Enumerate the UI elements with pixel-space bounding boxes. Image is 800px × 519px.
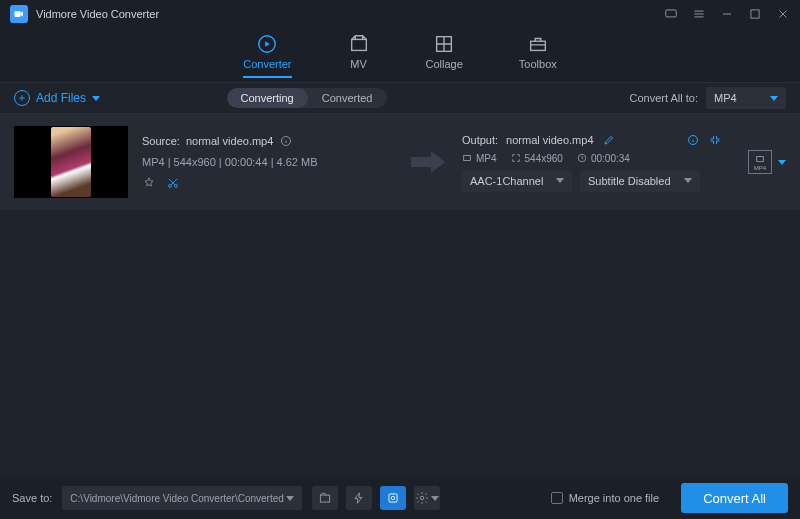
source-filename: normal video.mp4 (186, 135, 273, 147)
add-files-label: Add Files (36, 91, 86, 105)
gpu-accel-button[interactable] (380, 486, 406, 510)
tab-label: Toolbox (519, 58, 557, 70)
merge-checkbox[interactable]: Merge into one file (551, 492, 660, 504)
source-label: Source: (142, 135, 180, 147)
output-resolution: 544x960 (525, 153, 563, 164)
compress-icon[interactable] (708, 133, 722, 147)
svg-point-8 (169, 184, 172, 187)
source-info: Source: normal video.mp4 MP4 | 544x960 |… (142, 134, 394, 190)
menu-icon[interactable] (692, 7, 706, 21)
save-path-value: C:\Vidmore\Vidmore Video Converter\Conve… (70, 493, 283, 504)
svg-rect-13 (757, 156, 764, 161)
feedback-icon[interactable] (664, 7, 678, 21)
audio-selected-value: AAC-1Channel (470, 175, 543, 187)
star-effects-icon[interactable] (142, 176, 156, 190)
tab-label: Converter (243, 58, 291, 70)
collage-icon (433, 34, 455, 54)
toolbox-icon (527, 34, 549, 54)
svg-rect-6 (530, 41, 545, 50)
subtitle-select[interactable]: Subtitle Disabled (580, 170, 700, 192)
convert-all-button[interactable]: Convert All (681, 483, 788, 513)
convert-all-format-select[interactable]: MP4 (706, 87, 786, 109)
mv-icon (348, 34, 370, 54)
output-info-icon[interactable] (686, 133, 700, 147)
plus-icon (14, 90, 30, 106)
main-tabs: Converter MV Collage Toolbox (0, 28, 800, 82)
chevron-down-icon (556, 178, 564, 183)
audio-track-select[interactable]: AAC-1Channel (462, 170, 572, 192)
checkbox-icon (551, 492, 563, 504)
tab-label: Collage (426, 58, 463, 70)
subtitle-selected-value: Subtitle Disabled (588, 175, 671, 187)
arrow-icon (408, 151, 448, 173)
chevron-down-icon (770, 96, 778, 101)
output-label: Output: (462, 134, 498, 146)
output-format: MP4 (476, 153, 497, 164)
tab-toolbox[interactable]: Toolbox (519, 34, 557, 78)
app-title: Vidmore Video Converter (36, 8, 664, 20)
edit-pencil-icon[interactable] (602, 133, 616, 147)
toolbar: Add Files Converting Converted Convert A… (0, 82, 800, 114)
file-item-row: Source: normal video.mp4 MP4 | 544x960 |… (0, 114, 800, 210)
seg-converting[interactable]: Converting (227, 88, 308, 108)
svg-rect-2 (751, 10, 759, 18)
converter-icon (256, 34, 278, 54)
close-icon[interactable] (776, 7, 790, 21)
titlebar: Vidmore Video Converter (0, 0, 800, 28)
maximize-icon[interactable] (748, 7, 762, 21)
chevron-down-icon (684, 178, 692, 183)
svg-point-17 (421, 496, 425, 500)
app-logo-icon (10, 5, 28, 23)
output-filename: normal video.mp4 (506, 134, 593, 146)
chevron-down-icon (286, 496, 294, 501)
format-badge-label: MP4 (754, 165, 766, 171)
add-files-button[interactable]: Add Files (14, 90, 100, 106)
svg-point-9 (174, 184, 177, 187)
save-path-select[interactable]: C:\Vidmore\Vidmore Video Converter\Conve… (62, 486, 302, 510)
settings-gear-button[interactable] (414, 486, 440, 510)
trim-scissors-icon[interactable] (166, 176, 180, 190)
footer-bar: Save to: C:\Vidmore\Vidmore Video Conver… (0, 477, 800, 519)
status-segmented-control: Converting Converted (227, 88, 387, 108)
format-selected-value: MP4 (714, 92, 737, 104)
chevron-down-icon[interactable] (778, 160, 786, 165)
output-format-button[interactable]: MP4 (748, 150, 772, 174)
svg-rect-11 (464, 156, 471, 161)
chevron-down-icon (92, 96, 100, 101)
svg-rect-14 (321, 495, 330, 502)
tab-converter[interactable]: Converter (243, 34, 291, 78)
svg-rect-1 (666, 10, 677, 17)
convert-all-to-label: Convert All to: (630, 92, 698, 104)
chevron-down-icon (431, 496, 439, 501)
output-duration: 00:00:34 (591, 153, 630, 164)
tab-mv[interactable]: MV (348, 34, 370, 78)
thumbnail-image (51, 127, 91, 197)
output-info: Output: normal video.mp4 MP4 544x960 00:… (462, 133, 722, 192)
info-icon[interactable] (279, 134, 293, 148)
tab-collage[interactable]: Collage (426, 34, 463, 78)
seg-converted[interactable]: Converted (308, 88, 387, 108)
svg-rect-0 (15, 11, 21, 17)
svg-rect-15 (389, 494, 397, 502)
save-to-label: Save to: (12, 492, 52, 504)
source-metadata: MP4 | 544x960 | 00:00:44 | 4.62 MB (142, 156, 394, 168)
merge-label: Merge into one file (569, 492, 660, 504)
video-thumbnail[interactable] (14, 126, 128, 198)
minimize-icon[interactable] (720, 7, 734, 21)
tab-label: MV (350, 58, 367, 70)
open-folder-button[interactable] (312, 486, 338, 510)
svg-point-16 (392, 496, 396, 500)
svg-rect-4 (351, 39, 366, 50)
lightning-off-button[interactable] (346, 486, 372, 510)
